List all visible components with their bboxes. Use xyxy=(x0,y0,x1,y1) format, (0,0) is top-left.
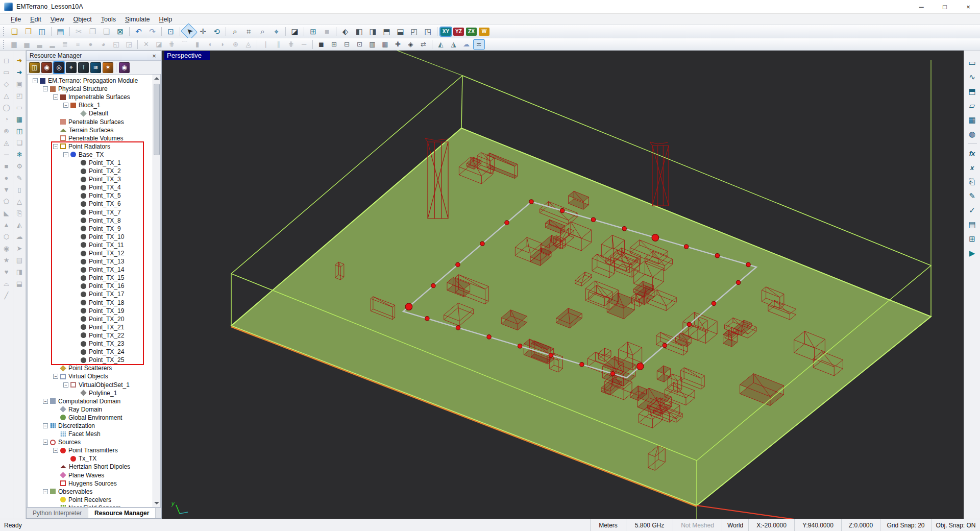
tree-item-global-environment[interactable]: Global Environment xyxy=(28,414,160,422)
tree-item-virtual-objects[interactable]: −Virtual Objects xyxy=(28,372,160,380)
sheet-button[interactable]: ▱ xyxy=(966,100,978,112)
tree-item-block-1[interactable]: −Block_1 xyxy=(28,101,160,109)
tree-item-point-tx-7[interactable]: Point_TX_7 xyxy=(28,208,160,216)
layers-button[interactable]: ▤ xyxy=(14,255,25,266)
view-bottom-button[interactable]: ⬓ xyxy=(394,26,407,37)
tree-item-point-tx-10[interactable]: Point_TX_10 xyxy=(28,233,160,241)
draw-spiral-button[interactable]: ◉ xyxy=(1,243,12,254)
tree-item-point-scatterers[interactable]: Point Scatterers xyxy=(28,364,160,372)
draw-rect-button[interactable]: ■ xyxy=(1,161,12,172)
tree-item-impenetrable-surfaces[interactable]: −Impenetrable Surfaces xyxy=(28,93,160,101)
group-button[interactable]: ❏ xyxy=(14,137,25,148)
swap-view-button[interactable]: ⇄ xyxy=(418,39,429,50)
plane-yz-button[interactable]: YZ xyxy=(453,28,464,36)
pan-button[interactable]: ✛ xyxy=(197,26,209,37)
toolbar-grip[interactable] xyxy=(3,27,6,36)
tree-item-hertzian-short-dipoles[interactable]: Hertzian Short Dipoles xyxy=(28,463,160,471)
validate-button[interactable]: ✓ xyxy=(966,204,978,216)
draw-circle-button[interactable]: ● xyxy=(1,173,12,183)
ruler-button[interactable]: ▭ xyxy=(966,57,978,69)
draw-cone-button[interactable]: ◇ xyxy=(1,79,12,89)
draw-prism-button[interactable]: ◬ xyxy=(1,137,12,148)
view-right-button[interactable]: ◨ xyxy=(366,26,379,37)
panel-tab-python-interpreter[interactable]: Python Interpreter xyxy=(27,508,88,518)
run-simulation-button[interactable]: ▶ xyxy=(966,247,978,259)
tree-item-sources[interactable]: −Sources xyxy=(28,438,160,446)
menu-tools[interactable]: Tools xyxy=(96,15,120,24)
surface-edit-button[interactable]: ◰ xyxy=(14,90,25,101)
toolbar-grip[interactable] xyxy=(3,40,6,49)
expand-toggle-icon[interactable]: − xyxy=(43,440,48,445)
draw-box-button[interactable]: ◻ xyxy=(1,55,12,66)
undo-button[interactable]: ↶ xyxy=(132,26,145,37)
copy-sheet-button[interactable]: ⎘ xyxy=(14,208,25,219)
zoom-in-button[interactable]: ⌕ xyxy=(229,26,241,37)
module-libera-icon[interactable]: ≋ xyxy=(90,62,101,73)
grid-view-button[interactable]: ▦ xyxy=(379,39,391,50)
import-object-button[interactable]: ➜ xyxy=(14,55,25,66)
draw-triangle-button[interactable]: ▲ xyxy=(1,220,12,230)
panel-view-button[interactable]: ▥ xyxy=(366,39,378,50)
tile-select-button[interactable]: ◫ xyxy=(14,126,25,136)
menu-simulate[interactable]: Simulate xyxy=(120,15,155,24)
draw-torus-button[interactable]: ⊜ xyxy=(1,126,12,136)
tree-item-point-tx-19[interactable]: Point_TX_19 xyxy=(28,307,160,315)
terrain-gen-button[interactable]: ◭ xyxy=(14,220,25,230)
material-box-button[interactable]: ⬒ xyxy=(966,85,978,98)
tree-item-terrain-surfaces[interactable]: Terrain Surfaces xyxy=(28,126,160,134)
tree-item-point-tx-18[interactable]: Point_TX_18 xyxy=(28,299,160,307)
half-down-button[interactable]: ⬓ xyxy=(14,278,25,289)
half-right-button[interactable]: ◨ xyxy=(14,267,25,277)
tree-item-base-tx[interactable]: −Base_TX xyxy=(28,151,160,159)
expand-toggle-icon[interactable]: − xyxy=(53,374,58,379)
expand-toggle-icon[interactable]: − xyxy=(43,423,48,428)
tree-item-point-tx-16[interactable]: Point_TX_16 xyxy=(28,282,160,290)
draw-curve-button[interactable]: ⌓ xyxy=(1,278,12,289)
scroll-thumb[interactable] xyxy=(154,84,160,155)
redo-button[interactable]: ↷ xyxy=(146,26,159,37)
tree-item-point-receivers[interactable]: Point Receivers xyxy=(28,496,160,504)
settings-gear-button[interactable]: ⚙ xyxy=(14,161,25,172)
draw-star-button[interactable]: ★ xyxy=(1,255,12,266)
results-image-button[interactable]: ▤ xyxy=(966,219,978,231)
tree-item-point-tx-22[interactable]: Point_TX_22 xyxy=(28,331,160,340)
draw-cylinder-button[interactable]: ▭ xyxy=(1,67,12,78)
tree-item-ray-domain[interactable]: Ray Domain xyxy=(28,405,160,414)
zoom-extents-button[interactable]: ⌖ xyxy=(270,26,283,37)
rotate-view-button[interactable]: ⊡ xyxy=(354,39,365,50)
tree-item-point-tx-12[interactable]: Point_TX_12 xyxy=(28,249,160,257)
tree-item-observables[interactable]: −Observables xyxy=(28,488,160,496)
expand-toggle-icon[interactable]: − xyxy=(53,94,58,100)
shaded-view-button[interactable]: ◪ xyxy=(288,26,301,37)
mesh-settings-button[interactable]: ◍ xyxy=(966,128,978,140)
cloud-gen-button[interactable]: ☁ xyxy=(14,231,25,242)
expand-toggle-icon[interactable]: − xyxy=(53,448,58,453)
export-object-button[interactable]: ➜ xyxy=(14,67,25,78)
tree-item-computational-domain[interactable]: −Computational Domain xyxy=(28,397,160,405)
view-back-button[interactable]: ◳ xyxy=(422,26,434,37)
expand-toggle-icon[interactable]: − xyxy=(63,152,68,157)
view-front-button[interactable]: ◰ xyxy=(408,26,421,37)
edit-pencil-button[interactable]: ✎ xyxy=(14,173,25,183)
help-context-button[interactable]: ⊡ xyxy=(164,26,177,37)
tree-item-point-tx-17[interactable]: Point_TX_17 xyxy=(28,290,160,298)
tree-item-point-tx-6[interactable]: Point_TX_6 xyxy=(28,200,160,208)
tree-item-polyline-1[interactable]: Polyline_1 xyxy=(28,389,160,397)
save-button[interactable]: ◫ xyxy=(36,26,48,37)
tree-item-penetrable-surfaces[interactable]: Penetrable Surfaces xyxy=(28,117,160,126)
menu-help[interactable]: Help xyxy=(155,15,177,24)
tree-item-point-tx-11[interactable]: Point_TX_11 xyxy=(28,241,160,249)
draw-rtri-button[interactable]: ◣ xyxy=(1,208,12,219)
tree-item-facet-mesh[interactable]: Facet Mesh xyxy=(28,430,160,438)
tree-item-point-tx-20[interactable]: Point_TX_20 xyxy=(28,315,160,323)
module-illumina-icon[interactable]: ⌖ xyxy=(66,62,77,73)
tree-item-point-tx-5[interactable]: Point_TX_5 xyxy=(28,191,160,200)
plane-xy-button[interactable]: XY xyxy=(440,28,451,36)
tree-item-point-tx-4[interactable]: Point_TX_4 xyxy=(28,183,160,191)
module-tempo-icon[interactable]: ◉ xyxy=(41,62,52,73)
tree-item-point-tx-21[interactable]: Point_TX_21 xyxy=(28,323,160,331)
draw-pyramid-button[interactable]: △ xyxy=(1,90,12,101)
tree-item-penetrable-volumes[interactable]: Penetrable Volumes xyxy=(28,134,160,142)
tree-item-point-radiators[interactable]: −Point Radiators xyxy=(28,142,160,151)
dark-view-button[interactable]: ◼ xyxy=(315,39,327,50)
